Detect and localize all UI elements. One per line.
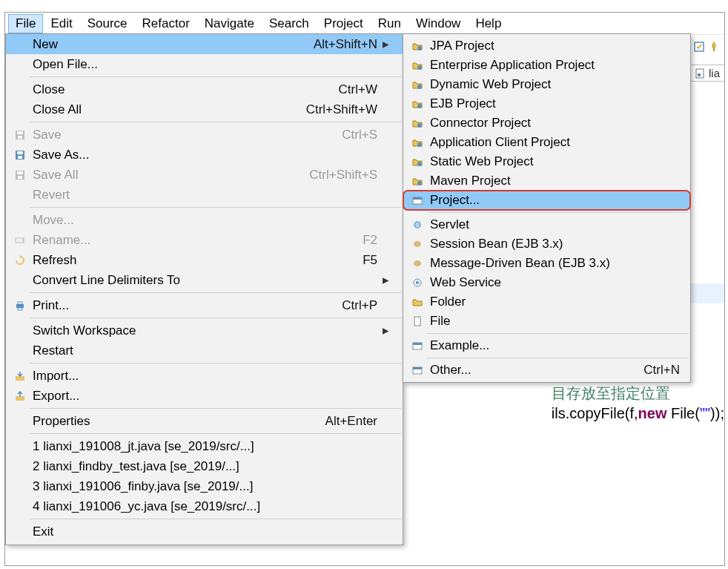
new-menu-item[interactable]: Example...	[403, 336, 690, 355]
submenu-arrow-icon: ▸	[377, 36, 389, 52]
menu-separator	[30, 76, 401, 77]
menu-item-label: 3 lianxi_191006_finby.java [se_2019/...]	[30, 479, 377, 494]
menubar-item-search[interactable]: Search	[262, 14, 317, 33]
blank-icon	[14, 59, 26, 70]
new-menu-item[interactable]: Enterprise Application Project	[403, 56, 690, 75]
new-menu-item[interactable]: Other...Ctrl+N	[403, 361, 690, 380]
code-frag: File(	[666, 405, 699, 421]
file-menu-item[interactable]: Export...	[6, 386, 403, 406]
rename-icon	[14, 234, 26, 246]
file-menu-item[interactable]: Close AllCtrl+Shift+W	[6, 99, 403, 119]
print-icon	[14, 300, 26, 312]
new-menu-item[interactable]: Static Web Project	[403, 152, 690, 171]
menu-separator	[30, 363, 401, 364]
menu-item-label: Project...	[427, 193, 680, 208]
editor-tab[interactable]: lia	[690, 65, 724, 82]
file-menu-item[interactable]: 2 lianxi_findby_test.java [se_2019/...]	[6, 456, 403, 476]
menu-separator	[30, 207, 401, 208]
menu-item-label: Open File...	[30, 57, 377, 72]
menu-item-label: Save All	[30, 168, 309, 182]
new-menu-item[interactable]: Web Service	[403, 273, 690, 292]
svg-rect-39	[413, 367, 422, 369]
saveas-icon	[14, 149, 26, 161]
svg-rect-37	[413, 343, 422, 345]
file-menu-item[interactable]: Open File...	[6, 54, 403, 74]
bean-icon	[411, 238, 423, 250]
other-icon	[411, 364, 423, 376]
new-menu-item[interactable]: EJB Project	[403, 94, 690, 114]
menu-item-accel: Ctrl+Shift+S	[309, 168, 377, 182]
new-menu-item[interactable]: Folder	[403, 292, 690, 312]
import-icon	[14, 370, 26, 382]
menu-item-label: Export...	[30, 389, 377, 404]
menu-item-label: Maven Project	[427, 174, 680, 188]
new-menu-item[interactable]: File	[403, 312, 690, 331]
new-menu-item[interactable]: Project...	[403, 191, 690, 210]
new-menu-item[interactable]: Message-Driven Bean (EJB 3.x)	[403, 254, 690, 273]
file-menu-item[interactable]: NewAlt+Shift+N▸	[6, 34, 403, 54]
quick-access-icon[interactable]	[693, 41, 705, 53]
menubar-item-help[interactable]: Help	[468, 14, 509, 33]
save-icon	[14, 129, 26, 141]
menubar-item-refactor[interactable]: Refactor	[135, 14, 197, 33]
file-menu-item[interactable]: Switch Workspace▸	[6, 320, 403, 341]
menu-item-label: Folder	[427, 295, 680, 309]
menu-item-label: Save As...	[30, 148, 377, 162]
file-menu-item[interactable]: 1 lianxi_191008_jt.java [se_2019/src/...…	[6, 436, 403, 456]
proj-app-icon	[411, 137, 423, 148]
menubar-item-file[interactable]: File	[8, 14, 43, 33]
file-menu-item[interactable]: PropertiesAlt+Enter	[6, 411, 403, 431]
file-menu-item[interactable]: Convert Line Delimiters To▸	[6, 270, 403, 290]
svg-rect-7	[17, 151, 23, 154]
file-menu-item: Revert	[6, 185, 403, 205]
svg-rect-2	[698, 73, 701, 76]
menubar-item-edit[interactable]: Edit	[43, 14, 79, 33]
menubar-item-window[interactable]: Window	[408, 14, 468, 33]
blank-icon	[14, 39, 26, 50]
file-menu-item[interactable]: CloseCtrl+W	[6, 79, 403, 99]
file-menu-item[interactable]: RefreshF5	[6, 250, 403, 270]
app-window: FileEditSourceRefactorNavigateSearchProj…	[4, 12, 725, 566]
new-menu-item[interactable]: Dynamic Web Project	[403, 75, 690, 94]
menubar-item-run[interactable]: Run	[371, 14, 408, 33]
file-menu-item[interactable]: 4 lianxi_191006_yc.java [se_2019/src/...…	[6, 496, 403, 516]
pin-icon[interactable]	[708, 41, 720, 53]
svg-point-25	[417, 162, 422, 166]
menubar: FileEditSourceRefactorNavigateSearchProj…	[5, 13, 724, 35]
new-menu-item[interactable]: Session Bean (EJB 3.x)	[403, 234, 690, 254]
svg-rect-12	[16, 238, 23, 243]
file-menu-item[interactable]: Restart	[6, 341, 403, 361]
menu-item-label: Example...	[427, 338, 680, 353]
file-menu-item[interactable]: Print...Ctrl+P	[6, 295, 403, 315]
svg-text:S: S	[415, 222, 419, 228]
new-menu-item[interactable]: JPA Project	[403, 36, 690, 56]
svg-rect-4	[17, 131, 23, 134]
menu-item-accel: F5	[363, 253, 377, 268]
file-menu-item: Save AllCtrl+Shift+S	[6, 165, 403, 185]
menu-separator	[427, 358, 689, 358]
menu-item-label: Print...	[30, 298, 342, 313]
new-menu-item[interactable]: Connector Project	[403, 114, 690, 133]
menu-item-accel: Alt+Shift+N	[314, 37, 377, 52]
file-menu-item[interactable]: Exit	[6, 522, 403, 542]
proj-jpa-icon	[411, 40, 423, 52]
menu-item-accel: F2	[363, 233, 377, 248]
menubar-item-source[interactable]: Source	[80, 14, 135, 33]
menu-item-label: Convert Line Delimiters To	[30, 273, 377, 288]
menubar-item-project[interactable]: Project	[317, 14, 371, 33]
menu-separator	[30, 519, 401, 519]
file-menu-item[interactable]: Import...	[6, 366, 403, 386]
menu-item-label: Connector Project	[427, 116, 680, 131]
menu-item-accel: Ctrl+W	[339, 82, 377, 97]
file-menu-item: Move...	[6, 210, 403, 230]
file-menu-item[interactable]: Save As...	[6, 145, 403, 165]
menubar-item-navigate[interactable]: Navigate	[197, 14, 262, 33]
servlet-icon: S	[411, 219, 423, 231]
file-menu-item[interactable]: 3 lianxi_191006_finby.java [se_2019/...]	[6, 476, 403, 496]
svg-point-26	[417, 181, 422, 185]
new-menu-item[interactable]: Application Client Project	[403, 133, 690, 152]
new-menu-item[interactable]: Maven Project	[403, 171, 690, 191]
new-menu-item[interactable]: SServlet	[403, 215, 690, 234]
menu-separator	[30, 292, 401, 293]
code-frag: ));	[710, 405, 724, 421]
